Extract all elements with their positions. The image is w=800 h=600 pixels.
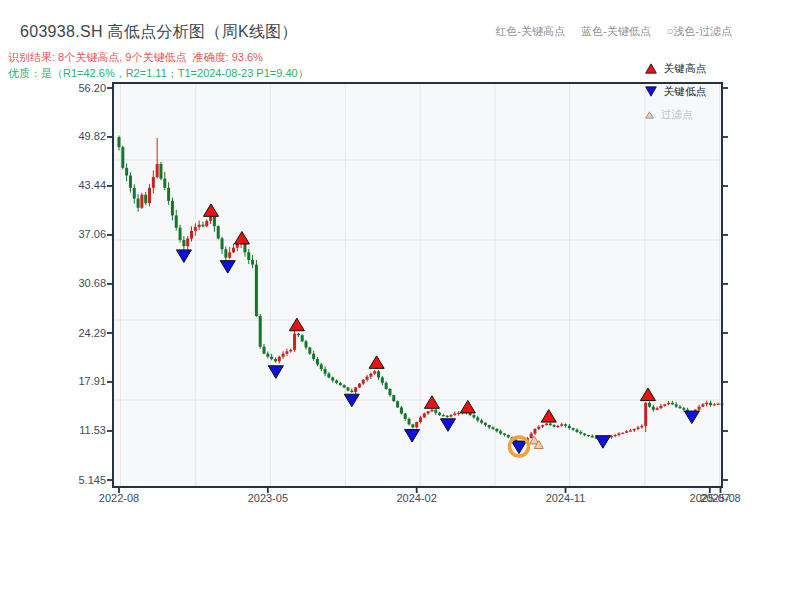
legend-item-filtered: 过滤点 (645, 107, 706, 122)
pale-up-triangle-icon (645, 111, 654, 119)
y-tick-label: 24.29 (44, 327, 106, 339)
blue-down-triangle-icon (645, 86, 657, 97)
y-tick-label: 11.53 (44, 424, 106, 436)
y-tick-label: 17.91 (44, 375, 106, 387)
y-tick-label: 56.20 (44, 82, 106, 94)
legend-item-key-high: 关键高点 (645, 61, 706, 76)
y-tick-label: 30.68 (44, 277, 106, 289)
y-tick-label: 49.82 (44, 130, 106, 142)
legend-item-key-low: 关键低点 (645, 84, 706, 99)
x-tick-label: 2023-05 (233, 492, 303, 504)
chart-legend: 关键高点 关键低点 过滤点 (645, 61, 706, 130)
legend-label: 关键低点 (664, 85, 706, 99)
y-tick-label: 37.06 (44, 228, 106, 240)
x-tick-label: 2024-02 (382, 492, 452, 504)
x-tick-label: 2025-08 (685, 492, 755, 504)
kline-analysis-page: 603938.SH 高低点分析图（周K线图） 红色-关键高点蓝色-关键低点○浅色… (0, 0, 800, 600)
y-tick-label: 5.145 (44, 474, 106, 486)
x-tick-label: 2022-08 (84, 492, 154, 504)
x-tick-label: 2024-11 (531, 492, 601, 504)
y-tick-label: 43.44 (44, 179, 106, 191)
red-up-triangle-icon (645, 63, 657, 74)
legend-label: 关键高点 (664, 62, 706, 76)
legend-label: 过滤点 (661, 108, 693, 122)
